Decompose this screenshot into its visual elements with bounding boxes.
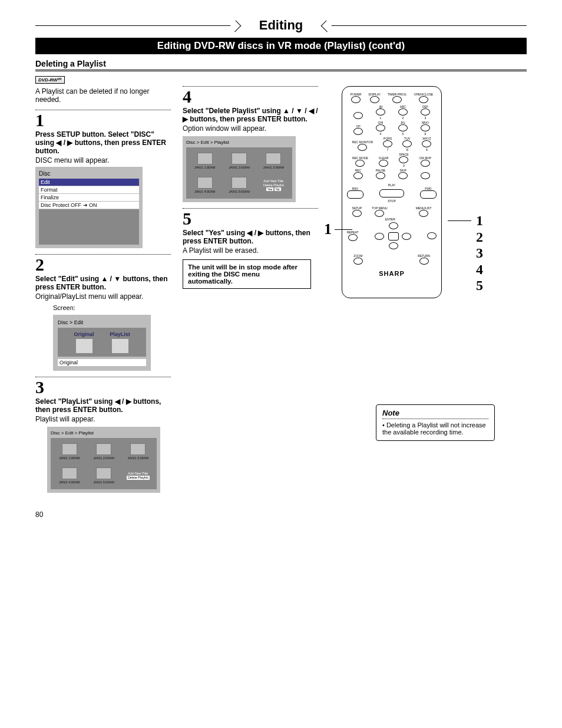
note-heading: Note (382, 409, 488, 417)
step-4-body: Option window will appear. (183, 124, 318, 133)
remote-callout-right: 1 2 3 4 5 (476, 213, 483, 294)
column-1: A Playlist can be deleted if no longer n… (35, 86, 171, 493)
intro-text: A Playlist can be deleted if no longer n… (35, 87, 171, 104)
note-box: Note • Deleting a Playlist will not incr… (376, 404, 495, 441)
disc-menu-item: Disc Protect OFF ➔ ON (39, 202, 139, 209)
step-2-title: Select "Edit" using ▲ / ▼ buttons, then … (35, 275, 171, 291)
disc-menu-item: Finalize (39, 194, 139, 201)
step-1-body: DISC menu will appear. (35, 156, 171, 164)
section-heading: Deleting a Playlist (35, 59, 527, 71)
step-1-title: Press SETUP button. Select "DISC" using … (35, 130, 171, 155)
step-2-body: Original/PlayList menu will appear. (35, 292, 171, 301)
step-4-title: Select "Delete Playlist" using ▲ / ▼ / ◀… (183, 107, 318, 123)
step-3-number: 3 (35, 378, 171, 396)
dvd-rw-badge: DVD-RWVR (35, 76, 65, 84)
step-5-body: A Playlist will be erased. (183, 246, 318, 255)
remote-control-diagram: POWER DISPLAY TIMER PROG. OPEN/CLOSE .@/… (342, 86, 442, 298)
page-number: 80 (35, 510, 527, 519)
column-2: 4 Select "Delete Playlist" using ▲ / ▼ /… (183, 86, 318, 289)
disc-menu-screenshot: Disc Edit Format Finalize Disc Protect O… (35, 167, 143, 248)
step-1-number: 1 (35, 111, 171, 129)
playlist-screenshot-1: Disc > Edit > Playlist JAN/1 1:00AM JAN/… (47, 427, 160, 493)
screen-label: Screen: (53, 304, 171, 311)
page-subtitle: Editing DVD-RW discs in VR mode (Playlis… (35, 38, 527, 54)
disc-menu-item: Format (39, 186, 139, 193)
playlist-screenshot-2: Disc > Edit > Playlist JAN/1 1:00AM JAN/… (183, 136, 296, 202)
step-3-body: Playlist will appear. (35, 415, 171, 423)
column-3: 1 1 2 3 4 5 POWER DISPLAY TIMER PROG. OP… (330, 86, 495, 441)
step-5-title: Select "Yes" using ◀ / ▶ buttons, then p… (183, 229, 318, 245)
page-title-bar: Editing (35, 18, 527, 33)
step-2-number: 2 (35, 256, 171, 274)
info-box: The unit will be in stop mode after exit… (183, 259, 311, 289)
step-3-title: Select "PlayList" using ◀ / ▶ buttons, t… (35, 397, 171, 414)
edit-menu-screenshot: Disc > Edit Original PlayList Original (53, 315, 151, 371)
step-4-number: 4 (183, 88, 318, 106)
note-body: • Deleting a Playlist will not increase … (382, 421, 488, 436)
disc-menu-item: Edit (39, 179, 139, 186)
page-title: Editing (259, 18, 303, 33)
remote-callout-left: 1 (324, 220, 332, 238)
remote-brand: SHARP (347, 270, 437, 277)
step-5-number: 5 (183, 210, 318, 228)
